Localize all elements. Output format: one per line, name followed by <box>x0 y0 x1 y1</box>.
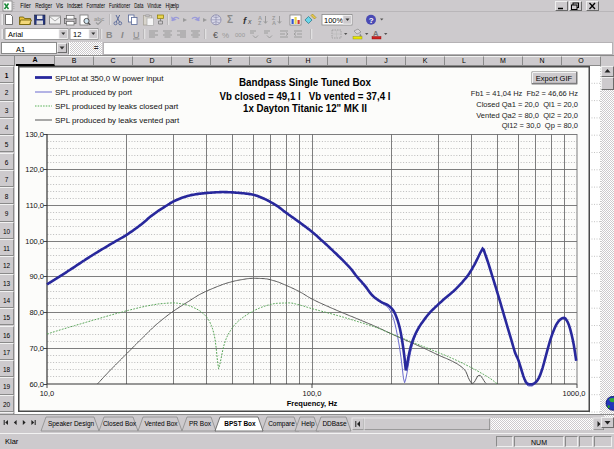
svg-text:Bandpass Single Tuned Box: Bandpass Single Tuned Box <box>239 76 371 88</box>
svg-text:Vindue: Vindue <box>147 2 161 9</box>
svg-text:Compare: Compare <box>268 420 295 428</box>
svg-text:120,0: 120,0 <box>25 165 44 174</box>
svg-text:Funktioner: Funktioner <box>109 2 131 9</box>
svg-text:SPL produced by leaks vented p: SPL produced by leaks vented part <box>55 116 180 125</box>
svg-text:BPST Box: BPST Box <box>224 420 256 427</box>
svg-text:000: 000 <box>235 32 246 38</box>
svg-text:Vis: Vis <box>56 2 64 9</box>
svg-text:90,0: 90,0 <box>29 272 44 281</box>
svg-text:SPL produced by leaks closed p: SPL produced by leaks closed part <box>55 102 179 111</box>
svg-text:12: 12 <box>73 30 81 39</box>
svg-text:100%: 100% <box>324 16 344 25</box>
svg-text:abc: abc <box>94 16 105 22</box>
svg-text:Closed Box: Closed Box <box>103 420 137 427</box>
svg-text:?: ? <box>369 16 374 25</box>
svg-text:%: % <box>222 31 229 40</box>
svg-text:Σ: Σ <box>227 14 233 25</box>
svg-text:100,0: 100,0 <box>303 389 322 398</box>
svg-text:10,0: 10,0 <box>40 389 55 398</box>
svg-text:I: I <box>121 30 124 40</box>
svg-text:DDBase: DDBase <box>322 420 347 427</box>
svg-text:Fb1 = 41,04 Hz Fb2 = 46,66 Hz: Fb1 = 41,04 Hz Fb2 = 46,66 Hz <box>471 89 578 98</box>
svg-text:Data: Data <box>134 2 143 9</box>
svg-text:A: A <box>272 20 276 26</box>
svg-text:f: f <box>243 15 247 26</box>
svg-text:70,0: 70,0 <box>29 344 44 353</box>
svg-text:Vented Qa2 = 80,0 Ql2 = 20,0: Vented Qa2 = 80,0 Ql2 = 20,0 <box>476 111 578 120</box>
svg-text:Closed Qa1 = 20,0 Ql1 = 20,0: Closed Qa1 = 20,0 Ql1 = 20,0 <box>476 100 578 109</box>
svg-text:1000,0: 1000,0 <box>563 389 586 398</box>
svg-text:110,0: 110,0 <box>26 201 44 210</box>
svg-text:Speaker Design: Speaker Design <box>48 420 95 428</box>
svg-text:SPL produced by port: SPL produced by port <box>55 88 133 97</box>
svg-text:Vented Box: Vented Box <box>144 420 178 427</box>
svg-text:B: B <box>106 30 113 40</box>
svg-text:100,0: 100,0 <box>25 237 44 246</box>
svg-text:SPLtot at 350,0 W power input: SPLtot at 350,0 W power input <box>55 74 164 83</box>
svg-text:130,0: 130,0 <box>25 130 44 139</box>
svg-text:60,0: 60,0 <box>29 380 44 389</box>
svg-text:U: U <box>133 30 140 40</box>
svg-text:Vb closed = 49,1 l Vb vented: Vb closed = 49,1 l Vb vented = 37,4 l <box>220 90 391 102</box>
svg-text:Help: Help <box>301 420 315 428</box>
svg-text:€: € <box>213 30 218 40</box>
svg-text:Frequency, Hz: Frequency, Hz <box>287 399 338 408</box>
svg-text:1x Dayton Titanic 12" MK II: 1x Dayton Titanic 12" MK II <box>243 102 367 114</box>
svg-text:x: x <box>247 18 252 25</box>
svg-text:Hjælp: Hjælp <box>166 2 180 10</box>
svg-text:Arial: Arial <box>8 30 23 39</box>
svg-text:PR Box: PR Box <box>189 420 212 427</box>
svg-text:Ql12 = 30,0 Qp = 80,0: Ql12 = 30,0 Qp = 80,0 <box>502 121 578 130</box>
svg-text:Indsæt: Indsæt <box>67 2 82 9</box>
svg-text:Formater: Formater <box>87 2 106 9</box>
svg-text:Rediger: Rediger <box>35 2 52 10</box>
svg-text:Filer: Filer <box>20 2 31 9</box>
svg-text:80,0: 80,0 <box>29 308 44 317</box>
svg-text:Export GIF: Export GIF <box>536 74 573 83</box>
